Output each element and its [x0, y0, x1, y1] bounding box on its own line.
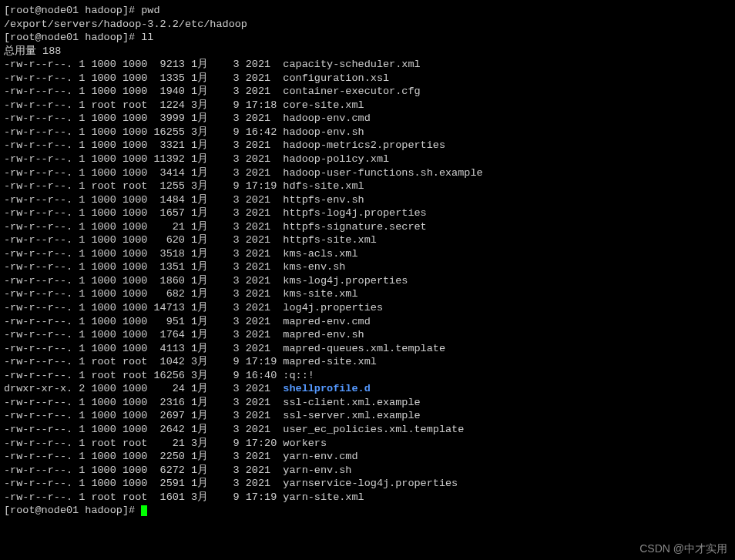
- file-name: mapred-env.cmd: [283, 316, 370, 327]
- file-name: yarn-env.cmd: [283, 451, 357, 462]
- terminal-output[interactable]: [root@node01 hadoop]# pwd /export/server…: [4, 4, 731, 518]
- cursor: [141, 505, 147, 516]
- file-name: container-executor.cfg: [283, 86, 420, 97]
- file-name: hadoop-env.sh: [283, 126, 364, 138]
- file-name: httpfs-env.sh: [283, 194, 364, 206]
- file-name: httpfs-signature.secret: [283, 221, 426, 233]
- file-row: -rw-r--r--. 1 root root 1601 3月 9 17:19 …: [4, 491, 731, 505]
- file-name: hdfs-site.xml: [283, 180, 364, 192]
- prompt-line-1: [root@node01 hadoop]# pwd: [4, 4, 731, 18]
- file-name: kms-site.xml: [283, 288, 357, 300]
- file-name: ssl-client.xml.example: [283, 397, 420, 408]
- total-line: 总用量 188: [4, 45, 731, 59]
- file-row: -rw-r--r--. 1 root root 1255 3月 9 17:19 …: [4, 179, 731, 193]
- directory-name: shellprofile.d: [283, 383, 370, 394]
- file-name: mapred-env.sh: [283, 329, 364, 340]
- prompt-line-2: [root@node01 hadoop]# ll: [4, 31, 731, 45]
- file-row: -rw-r--r--. 1 root root 1042 3月 9 17:19 …: [4, 355, 731, 369]
- file-row: -rw-r--r--. 1 root root 1224 3月 9 17:18 …: [4, 99, 731, 112]
- watermark: CSDN @中才实用: [639, 542, 727, 555]
- prompt-text: [root@node01 hadoop]#: [4, 32, 141, 43]
- file-row: -rw-r--r--. 1 1000 1000 2642 1月 3 2021 u…: [4, 423, 731, 437]
- file-row: -rw-r--r--. 1 1000 1000 1764 1月 3 2021 m…: [4, 328, 731, 342]
- file-name: log4j.properties: [283, 302, 383, 314]
- file-row: -rw-r--r--. 1 1000 1000 3999 1月 3 2021 h…: [4, 112, 731, 126]
- file-name: capacity-scheduler.xml: [283, 59, 420, 70]
- file-name: mapred-site.xml: [283, 356, 377, 367]
- file-row: -rw-r--r--. 1 1000 1000 1657 1月 3 2021 h…: [4, 206, 731, 220]
- file-name: kms-log4j.properties: [283, 275, 408, 287]
- prompt-text: [root@node01 hadoop]#: [4, 5, 141, 16]
- file-name: user_ec_policies.xml.template: [283, 424, 464, 435]
- file-name: ssl-server.xml.example: [283, 410, 420, 421]
- file-row: -rw-r--r--. 1 1000 1000 1860 1月 3 2021 k…: [4, 274, 731, 288]
- file-row: -rw-r--r--. 1 1000 1000 951 1月 3 2021 ma…: [4, 315, 731, 329]
- file-row: -rw-r--r--. 1 1000 1000 682 1月 3 2021 km…: [4, 287, 731, 301]
- file-name: httpfs-site.xml: [283, 234, 377, 246]
- pwd-output: /export/servers/hadoop-3.2.2/etc/hadoop: [4, 18, 731, 32]
- file-row: -rw-r--r--. 1 root root 16256 3月 9 16:40…: [4, 369, 731, 383]
- file-row: -rw-r--r--. 1 1000 1000 2250 1月 3 2021 y…: [4, 450, 731, 464]
- file-name: hadoop-policy.xml: [283, 153, 389, 165]
- command-ll: ll: [141, 32, 153, 43]
- prompt-line-3[interactable]: [root@node01 hadoop]#: [4, 504, 731, 518]
- file-row: -rw-r--r--. 1 1000 1000 2697 1月 3 2021 s…: [4, 409, 731, 423]
- file-row: -rw-r--r--. 1 1000 1000 1484 1月 3 2021 h…: [4, 193, 731, 207]
- file-row: drwxr-xr-x. 2 1000 1000 24 1月 3 2021 she…: [4, 382, 731, 396]
- file-name: core-site.xml: [283, 99, 364, 111]
- file-name: :q::!: [283, 370, 314, 381]
- file-name: hadoop-metrics2.properties: [283, 139, 445, 151]
- file-row: -rw-r--r--. 1 1000 1000 2316 1月 3 2021 s…: [4, 396, 731, 410]
- file-name: kms-acls.xml: [283, 248, 357, 260]
- file-name: yarnservice-log4j.properties: [283, 478, 458, 489]
- file-name: mapred-queues.xml.template: [283, 343, 445, 354]
- file-name: hadoop-user-functions.sh.example: [283, 167, 482, 179]
- file-row: -rw-r--r--. 1 1000 1000 1335 1月 3 2021 c…: [4, 72, 731, 86]
- file-row: -rw-r--r--. 1 1000 1000 11392 1月 3 2021 …: [4, 153, 731, 166]
- file-listing: -rw-r--r--. 1 1000 1000 9213 1月 3 2021 c…: [4, 58, 731, 504]
- file-row: -rw-r--r--. 1 1000 1000 3321 1月 3 2021 h…: [4, 139, 731, 153]
- file-row: -rw-r--r--. 1 1000 1000 1940 1月 3 2021 c…: [4, 85, 731, 99]
- file-row: -rw-r--r--. 1 1000 1000 21 1月 3 2021 htt…: [4, 220, 731, 234]
- file-name: workers: [283, 438, 327, 449]
- file-row: -rw-r--r--. 1 1000 1000 3518 1月 3 2021 k…: [4, 247, 731, 261]
- file-row: -rw-r--r--. 1 1000 1000 620 1月 3 2021 ht…: [4, 233, 731, 247]
- file-row: -rw-r--r--. 1 1000 1000 1351 1月 3 2021 k…: [4, 260, 731, 274]
- file-row: -rw-r--r--. 1 1000 1000 6272 1月 3 2021 y…: [4, 464, 731, 478]
- file-row: -rw-r--r--. 1 1000 1000 2591 1月 3 2021 y…: [4, 477, 731, 491]
- file-row: -rw-r--r--. 1 1000 1000 16255 3月 9 16:42…: [4, 126, 731, 139]
- file-row: -rw-r--r--. 1 root root 21 3月 9 17:20 wo…: [4, 437, 731, 451]
- file-name: hadoop-env.cmd: [283, 112, 370, 124]
- file-name: yarn-env.sh: [283, 464, 351, 476]
- file-name: yarn-site.xml: [283, 491, 364, 503]
- file-row: -rw-r--r--. 1 1000 1000 4113 1月 3 2021 m…: [4, 342, 731, 356]
- file-row: -rw-r--r--. 1 1000 1000 3414 1月 3 2021 h…: [4, 166, 731, 180]
- command-pwd: pwd: [141, 5, 159, 16]
- file-row: -rw-r--r--. 1 1000 1000 14713 1月 3 2021 …: [4, 301, 731, 315]
- file-name: httpfs-log4j.properties: [283, 207, 426, 219]
- file-name: configuration.xsl: [283, 72, 389, 84]
- prompt-text: [root@node01 hadoop]#: [4, 505, 141, 516]
- file-row: -rw-r--r--. 1 1000 1000 9213 1月 3 2021 c…: [4, 58, 731, 72]
- file-name: kms-env.sh: [283, 261, 345, 273]
